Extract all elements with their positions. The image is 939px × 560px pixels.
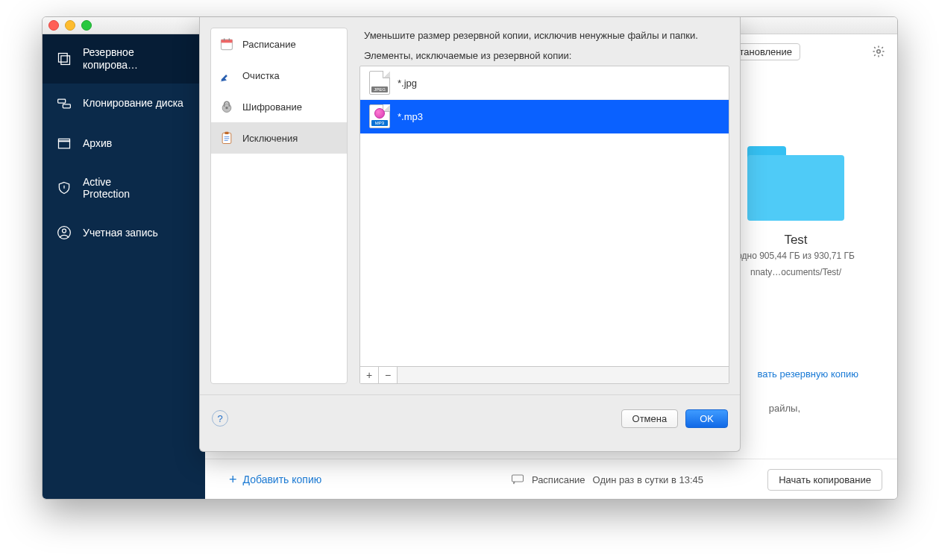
minimize-window-button[interactable] xyxy=(65,20,75,31)
shield-icon xyxy=(56,180,72,196)
settings-dialog: Расписание Очистка Шифрование xyxy=(199,17,741,452)
remove-exclusion-button[interactable]: − xyxy=(379,367,398,383)
settings-item-label: Шифрование xyxy=(242,101,302,113)
settings-item-label: Очистка xyxy=(242,70,280,81)
sidebar-item-backup[interactable]: Резервное копирова… xyxy=(43,34,205,84)
add-exclusion-button[interactable]: + xyxy=(360,367,379,383)
sidebar-item-label: Резервное копирова… xyxy=(83,46,192,72)
sidebar-item-archive[interactable]: Архив xyxy=(43,124,205,164)
svg-rect-17 xyxy=(225,132,229,134)
svg-rect-2 xyxy=(58,99,66,103)
nav-sidebar: Резервное копирова… Клонирование диска А… xyxy=(43,34,205,500)
calendar-icon xyxy=(219,36,235,52)
settings-item-encryption[interactable]: Шифрование xyxy=(211,91,347,122)
exclusion-row[interactable]: MP3 *.mp3 xyxy=(360,100,729,133)
file-tag: JPEG xyxy=(371,86,388,92)
sidebar-item-label: Учетная запись xyxy=(83,227,158,239)
ok-button[interactable]: OK xyxy=(685,409,728,428)
clipboard-icon xyxy=(219,130,235,146)
exclusions-list[interactable]: JPEG *.jpg MP3 *.mp3 xyxy=(360,66,729,366)
exclusion-pattern: *.mp3 xyxy=(398,111,423,122)
svg-point-15 xyxy=(225,107,227,109)
settings-item-label: Расписание xyxy=(242,39,296,50)
app-window: Acronis True Image Резервное копирова… К… xyxy=(42,16,898,500)
sidebar-item-label: Active Protection xyxy=(83,176,130,201)
exclusions-pane: Уменьшите размер резервной копии, исключ… xyxy=(359,28,729,384)
disks-icon xyxy=(56,95,72,112)
dialog-footer: ? Отмена OK xyxy=(200,394,740,441)
cancel-button[interactable]: Отмена xyxy=(621,409,679,428)
svg-rect-1 xyxy=(61,56,70,65)
sidebar-item-active-protection[interactable]: Active Protection xyxy=(43,164,205,213)
archive-icon xyxy=(56,136,72,152)
close-window-button[interactable] xyxy=(48,20,59,31)
svg-rect-11 xyxy=(222,40,233,43)
svg-point-7 xyxy=(63,229,66,233)
mp3-file-icon: MP3 xyxy=(369,104,390,128)
exclusions-box: JPEG *.jpg MP3 *.mp3 xyxy=(359,66,729,384)
settings-category-list: Расписание Очистка Шифрование xyxy=(210,28,348,384)
sidebar-item-account[interactable]: Учетная запись xyxy=(43,213,205,253)
broom-icon xyxy=(219,67,235,84)
jpeg-file-icon: JPEG xyxy=(369,71,390,95)
settings-item-label: Исключения xyxy=(242,133,298,144)
zoom-window-button[interactable] xyxy=(81,20,92,31)
sidebar-item-label: Архив xyxy=(83,137,112,150)
help-button[interactable]: ? xyxy=(212,410,228,427)
stack-icon xyxy=(56,51,72,67)
exclusions-description: Уменьшите размер резервной копии, исключ… xyxy=(364,29,725,43)
settings-item-exclusions[interactable]: Исключения xyxy=(211,122,347,154)
svg-rect-5 xyxy=(59,139,70,141)
settings-item-schedule[interactable]: Расписание xyxy=(211,28,347,60)
user-icon xyxy=(56,224,72,241)
window-controls xyxy=(48,20,92,31)
settings-item-cleanup[interactable]: Очистка xyxy=(211,60,347,91)
exclusion-row[interactable]: JPEG *.jpg xyxy=(360,66,729,100)
sidebar-item-clone[interactable]: Клонирование диска xyxy=(43,84,205,124)
svg-rect-3 xyxy=(63,104,70,107)
exclusions-footer: + − xyxy=(360,366,729,383)
exclusions-subtitle: Элементы, исключаемые из резервной копии… xyxy=(364,50,725,61)
svg-rect-16 xyxy=(222,133,231,143)
lock-icon xyxy=(219,98,235,115)
file-tag: MP3 xyxy=(371,120,388,126)
svg-rect-4 xyxy=(59,140,70,148)
svg-rect-0 xyxy=(58,53,67,62)
sidebar-item-label: Клонирование диска xyxy=(83,97,183,110)
exclusion-pattern: *.jpg xyxy=(398,78,417,89)
